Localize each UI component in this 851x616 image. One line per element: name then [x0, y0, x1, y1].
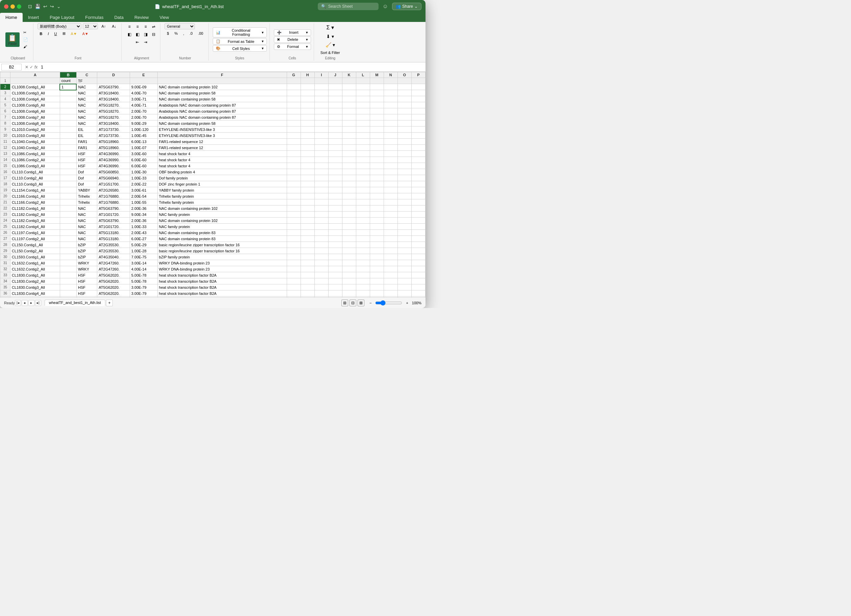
cell-h28[interactable] — [301, 242, 314, 248]
col-header-n[interactable]: N — [383, 72, 397, 78]
cell-j9[interactable] — [328, 126, 342, 133]
cell-e2[interactable]: 9.00E-09 — [130, 84, 157, 90]
cell-d29[interactable]: AT2G35530. — [97, 248, 130, 254]
cell-l2[interactable] — [356, 84, 370, 90]
cell-j13[interactable] — [328, 151, 342, 157]
cell-o33[interactable] — [397, 272, 411, 278]
cell-g17[interactable] — [287, 175, 301, 181]
cell-d28[interactable]: AT2G35530. — [97, 242, 130, 248]
cell-d25[interactable]: AT1G01720. — [97, 224, 130, 230]
cell-p36[interactable] — [411, 291, 425, 297]
cell-h24[interactable] — [301, 217, 314, 224]
cell-o10[interactable] — [397, 133, 411, 139]
cell-o27[interactable] — [397, 236, 411, 242]
col-header-g[interactable]: G — [287, 72, 301, 78]
cell-d6[interactable]: AT5G18270. — [97, 108, 130, 114]
cell-a30[interactable]: CL1593.Contig1_All — [11, 254, 60, 260]
cell-g26[interactable] — [287, 230, 301, 236]
align-top-center-button[interactable]: ≡ — [134, 23, 141, 30]
page-break-view-button[interactable]: ⊠ — [358, 300, 364, 306]
cell-c30[interactable]: bZIP — [76, 254, 97, 260]
cell-a14[interactable]: CL1086.Contig2_All — [11, 157, 60, 163]
cell-h23[interactable] — [301, 211, 314, 217]
col-header-d[interactable]: D — [97, 72, 130, 78]
cell-f1[interactable] — [157, 78, 287, 84]
cell-h6[interactable] — [301, 108, 314, 114]
cell-k25[interactable] — [342, 224, 356, 230]
cell-c22[interactable]: NAC — [76, 205, 97, 211]
cell-b8[interactable] — [60, 120, 76, 126]
cell-j30[interactable] — [328, 254, 342, 260]
cell-j6[interactable] — [328, 108, 342, 114]
cell-a13[interactable]: CL1086.Contig1_All — [11, 151, 60, 157]
cell-p7[interactable] — [411, 114, 425, 120]
cell-b6[interactable] — [60, 108, 76, 114]
autosum-button[interactable]: Σ ▾ — [324, 23, 336, 32]
cell-l27[interactable] — [356, 236, 370, 242]
cell-c14[interactable]: HSF — [76, 157, 97, 163]
cell-h11[interactable] — [301, 139, 314, 145]
cut-button[interactable]: ✂ — [21, 29, 30, 36]
cell-e32[interactable]: 4.00E-14 — [130, 266, 157, 272]
cell-e33[interactable]: 5.00E-78 — [130, 272, 157, 278]
cell-p8[interactable] — [411, 120, 425, 126]
format-as-table-button[interactable]: 📋 Format as Table ▾ — [213, 38, 267, 45]
cell-o3[interactable] — [397, 90, 411, 96]
cell-f16[interactable]: OBF binding protein 4 — [157, 169, 287, 175]
cell-p18[interactable] — [411, 181, 425, 187]
cell-o8[interactable] — [397, 120, 411, 126]
cell-m33[interactable] — [370, 272, 383, 278]
cell-i2[interactable] — [314, 84, 328, 90]
cell-d22[interactable]: AT5G63790. — [97, 205, 130, 211]
cell-e7[interactable]: 2.00E-70 — [130, 114, 157, 120]
cell-d33[interactable]: AT5G62020. — [97, 272, 130, 278]
cell-a23[interactable]: CL1182.Contig2_All — [11, 211, 60, 217]
cell-l23[interactable] — [356, 211, 370, 217]
cell-e27[interactable]: 6.00E-27 — [130, 236, 157, 242]
cell-h5[interactable] — [301, 102, 314, 108]
cell-i33[interactable] — [314, 272, 328, 278]
cell-k27[interactable] — [342, 236, 356, 242]
bold-button[interactable]: B — [38, 31, 45, 37]
cell-e1[interactable] — [130, 78, 157, 84]
cell-g29[interactable] — [287, 248, 301, 254]
cell-d15[interactable]: AT4G36990. — [97, 163, 130, 169]
cell-i28[interactable] — [314, 242, 328, 248]
cell-p6[interactable] — [411, 108, 425, 114]
cell-o30[interactable] — [397, 254, 411, 260]
cell-m14[interactable] — [370, 157, 383, 163]
cell-i20[interactable] — [314, 193, 328, 199]
cell-k30[interactable] — [342, 254, 356, 260]
cell-n28[interactable] — [383, 242, 397, 248]
cell-c35[interactable]: HSF — [76, 285, 97, 291]
cell-e5[interactable]: 4.00E-71 — [130, 102, 157, 108]
cell-m11[interactable] — [370, 139, 383, 145]
cell-d32[interactable]: AT2G47260. — [97, 266, 130, 272]
cell-g6[interactable] — [287, 108, 301, 114]
cell-c31[interactable]: WRKY — [76, 260, 97, 266]
cell-p30[interactable] — [411, 254, 425, 260]
cell-l34[interactable] — [356, 278, 370, 285]
cell-g31[interactable] — [287, 260, 301, 266]
cell-k20[interactable] — [342, 193, 356, 199]
cell-b13[interactable] — [60, 151, 76, 157]
currency-button[interactable]: $ — [164, 30, 171, 36]
cell-k35[interactable] — [342, 285, 356, 291]
cell-j35[interactable] — [328, 285, 342, 291]
cell-b33[interactable] — [60, 272, 76, 278]
cancel-formula-icon[interactable]: ✕ — [25, 65, 29, 69]
cell-b11[interactable] — [60, 139, 76, 145]
cell-f10[interactable]: ETHYLENE-INSENSITIVE3-like 3 — [157, 133, 287, 139]
cell-j7[interactable] — [328, 114, 342, 120]
cell-l5[interactable] — [356, 102, 370, 108]
cell-c13[interactable]: HSF — [76, 151, 97, 157]
cell-a4[interactable]: CL1008.Contig4_All — [11, 96, 60, 102]
cell-a15[interactable]: CL1086.Contig3_All — [11, 163, 60, 169]
cell-d12[interactable]: AT5G18960. — [97, 145, 130, 151]
cell-a18[interactable]: CL110.Contig3_All — [11, 181, 60, 187]
cell-j11[interactable] — [328, 139, 342, 145]
cell-h14[interactable] — [301, 157, 314, 163]
cell-l7[interactable] — [356, 114, 370, 120]
cell-k6[interactable] — [342, 108, 356, 114]
cell-n19[interactable] — [383, 187, 397, 193]
